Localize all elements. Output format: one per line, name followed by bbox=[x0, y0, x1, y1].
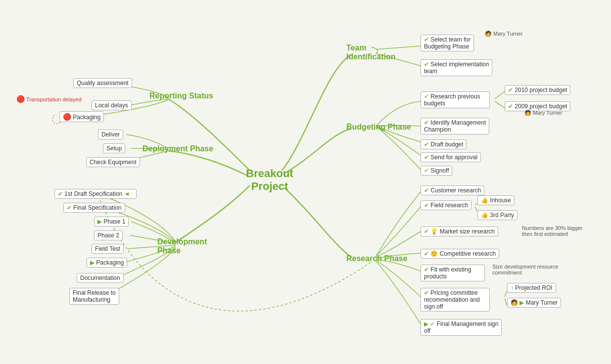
arrow-up-icon: ↑ bbox=[511, 284, 514, 291]
center-node: BreakoutProject bbox=[242, 167, 297, 193]
task-field-test: Field Test bbox=[92, 244, 124, 254]
task-pricing-committee: ✔ Pricing committeerecommendation andsig… bbox=[421, 288, 490, 312]
arrow-dashed-icon: ◄ · bbox=[124, 190, 133, 197]
play-icon-p1: ▶ bbox=[97, 218, 102, 225]
mary-turner-person-1: 🧑 Mary Turner bbox=[485, 31, 522, 37]
check-circle-icon-2: ✔ bbox=[424, 167, 429, 174]
phase-team-identification: TeamIdentification bbox=[346, 44, 396, 61]
task-documentation: Documentation bbox=[77, 273, 124, 283]
task-2010-budget: ✔ 2010 project budget bbox=[505, 85, 570, 95]
note-market-size: Numbers are 30% biggerthen first estimat… bbox=[522, 225, 582, 237]
phase-budgeting: Budgeting Phase bbox=[346, 123, 411, 132]
bullet-red-icon-2: 🔴 bbox=[63, 113, 71, 121]
task-fit-products: ✔ Fit with existingproducts bbox=[421, 265, 485, 281]
task-identify-champion: ✔ Identify ManagementChampion bbox=[421, 118, 489, 135]
mary-turner-2: 🧑 Mary Turner bbox=[524, 110, 562, 116]
task-phase2: Phase 2 bbox=[94, 230, 123, 240]
task-deliver: Deliver bbox=[98, 130, 123, 139]
task-packaging-report: 🔴 Packaging bbox=[59, 111, 104, 122]
task-quality-assessment: Quality assessment bbox=[73, 78, 132, 88]
check-icon-13: ✔ bbox=[424, 289, 429, 296]
thumbsup-icon-2: 👍 bbox=[481, 212, 488, 219]
task-transportation-delayed: 🔴 Transportation delayed bbox=[16, 95, 82, 103]
play-icon-pkg: ▶ bbox=[90, 259, 94, 266]
check-icon-draft: ✔ bbox=[58, 190, 63, 197]
task-competitive-research: ✔ 🙂 Competitive research bbox=[421, 249, 499, 259]
phase-research: Research Phase bbox=[346, 254, 408, 263]
check-circle-icon: ✔ bbox=[424, 93, 429, 100]
check-icon-8: ✔ bbox=[424, 187, 429, 194]
check-icon: ✔ bbox=[424, 36, 429, 43]
task-final-mgmt-signoff: ▶ ✔ Final Management signoff bbox=[421, 319, 502, 336]
check-icon-10: ✔ bbox=[424, 228, 429, 235]
bullet-red-icon: 🔴 bbox=[16, 95, 25, 103]
check-icon-4: ✔ bbox=[508, 103, 513, 110]
thumbsup-icon-1: 👍 bbox=[481, 197, 488, 204]
check-icon-7: ✔ bbox=[424, 154, 429, 161]
svg-line-3 bbox=[495, 101, 505, 108]
task-final-release: Final Release toManufacturing bbox=[69, 288, 119, 305]
bulb-icon: 💡 bbox=[430, 228, 438, 235]
task-local-delays: Local delays bbox=[92, 100, 132, 110]
smile-icon: 🙂 bbox=[430, 250, 438, 257]
play-icon-pricing: ▶ bbox=[519, 299, 524, 306]
check-icon-fspec: ✔ bbox=[67, 204, 72, 211]
task-mary-turner-pricing: 🧑 ▶ Mary Turner bbox=[507, 298, 561, 308]
task-setup: Setup bbox=[103, 143, 125, 153]
task-signoff: ✔ Signoff bbox=[421, 166, 452, 176]
check-icon-6: ✔ bbox=[424, 141, 429, 148]
check-icon-3: ✔ bbox=[508, 87, 513, 93]
task-1st-draft: ✔ 1st Draft Specification ◄ · bbox=[54, 189, 137, 199]
play-icon-final: ▶ bbox=[424, 320, 428, 327]
check-icon-9: ✔ bbox=[424, 202, 429, 209]
person-icon-3: 🧑 bbox=[511, 299, 518, 306]
note-fit-products: Size development resourcecommitment bbox=[492, 264, 558, 275]
check-icon-12: ✔ bbox=[424, 266, 429, 273]
check-circle-final: ✔ bbox=[430, 320, 435, 327]
task-select-team-budgeting: ✔ Select team forBudgeting Phase bbox=[421, 35, 474, 51]
task-projected-roi: ↑ Projected ROI bbox=[507, 283, 556, 293]
person-icon-2: 🧑 bbox=[524, 110, 531, 116]
task-market-size: ✔ 💡 Market size research bbox=[421, 227, 498, 236]
task-phase1: ▶ Phase 1 bbox=[94, 217, 129, 227]
task-customer-research: ✔ Customer research bbox=[421, 185, 484, 195]
task-draft-budget: ✔ Draft budget bbox=[421, 139, 467, 149]
task-field-research: ✔ Field research bbox=[421, 200, 471, 210]
task-send-approval: ✔ Send for approval bbox=[421, 152, 481, 162]
phase-reporting: Reporting Status bbox=[149, 91, 213, 100]
phase-development: DevelopmentPhase bbox=[157, 237, 207, 255]
svg-line-2 bbox=[495, 91, 505, 99]
task-check-equipment: Check Equipment bbox=[86, 157, 140, 167]
task-inhouse: 👍 Inhouse bbox=[477, 195, 515, 205]
task-3rdparty: 👍 3rd Party bbox=[477, 210, 517, 220]
task-final-spec: ✔ Final Specification bbox=[63, 203, 125, 213]
check-icon-2: ✔ bbox=[424, 61, 429, 68]
task-research-budgets: ✔ Research previousbudgets bbox=[421, 91, 490, 108]
check-icon-11: ✔ bbox=[424, 250, 429, 257]
task-packaging-dev: ▶ Packaging bbox=[87, 258, 127, 268]
person-icon-1: 🧑 bbox=[485, 31, 492, 37]
task-select-implementation: ✔ Select implementationteam bbox=[421, 59, 492, 76]
check-icon-5: ✔ bbox=[424, 119, 429, 126]
phase-deployment: Deployment Phase bbox=[142, 144, 213, 153]
